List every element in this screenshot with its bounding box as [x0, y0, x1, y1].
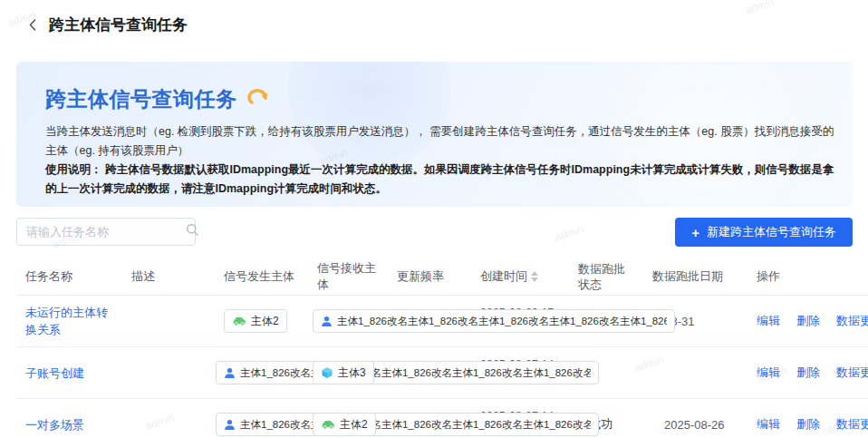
source-entity-label: 主体1_826改名主体1_826改名主体1_826改名主体1_826改名主体1_…: [240, 418, 591, 432]
col-header-batch-date: 数据跑批日期: [643, 268, 747, 285]
edit-link[interactable]: 编辑: [757, 313, 780, 329]
toolbar: + 新建跨主体信号查询任务: [16, 218, 853, 247]
delete-link[interactable]: 删除: [796, 416, 820, 433]
target-entity-label: 主体2: [340, 417, 368, 433]
search-icon[interactable]: [186, 223, 199, 240]
task-search-box[interactable]: [16, 218, 196, 246]
page-title: 跨主体信号查询任务: [49, 15, 188, 35]
page-header: 跨主体信号查询任务: [0, 0, 868, 35]
back-icon[interactable]: [25, 18, 40, 33]
task-table: 任务名称 描述 信号发生主体 信号接收主体 更新频率 创建时间 数据跑批状态 数…: [16, 258, 868, 438]
col-header-source: 信号发生主体: [215, 268, 308, 285]
create-task-button-label: 新建跨主体信号查询任务: [707, 224, 836, 240]
delete-link[interactable]: 删除: [796, 313, 820, 329]
task-name-link[interactable]: 未运行的主体转换关系: [25, 306, 108, 336]
data-update-link[interactable]: 数据更新: [836, 313, 868, 329]
edit-link[interactable]: 编辑: [757, 416, 780, 433]
cube-icon: [321, 366, 333, 379]
col-header-name: 任务名称: [16, 268, 122, 285]
swoosh-icon: [246, 88, 270, 112]
target-entity-tag: 主体2: [313, 413, 376, 436]
create-task-button[interactable]: + 新建跨主体信号查询任务: [675, 218, 853, 247]
banner-title: 跨主体信号查询任务: [45, 85, 237, 113]
col-header-target: 信号接收主体: [308, 260, 388, 293]
delete-link[interactable]: 删除: [796, 365, 820, 381]
col-header-created: 创建时间: [471, 268, 569, 285]
col-header-actions: 操作: [747, 268, 868, 285]
sort-icon[interactable]: [531, 271, 538, 282]
task-name-link[interactable]: 一对多场景: [25, 418, 84, 432]
col-header-created-label: 创建时间: [480, 268, 527, 285]
target-entity-label: 主体3: [338, 365, 366, 381]
banner-usage-note: 使用说明： 跨主体信号数据默认获取IDmapping最近一次计算完成的数据。如果…: [45, 161, 843, 199]
search-input[interactable]: [26, 225, 186, 238]
person-icon: [224, 367, 236, 379]
person-icon: [224, 419, 236, 431]
target-entity-tag: 主体1_826改名主体1_826改名主体1_826改名主体1_826改名主体1_…: [313, 309, 675, 333]
table-header-row: 任务名称 描述 信号发生主体 信号接收主体 更新频率 创建时间 数据跑批状态 数…: [16, 258, 868, 296]
batch-date: 2025-08-26: [643, 418, 747, 432]
edit-link[interactable]: 编辑: [757, 365, 780, 381]
data-update-link[interactable]: 数据更新: [836, 365, 868, 381]
source-entity-tag: 主体2: [224, 309, 287, 333]
source-entity-tag: 主体1_826改名主体1_826改名主体1_826改名主体1_826改名主体1_…: [216, 361, 599, 384]
source-entity-label: 主体2: [251, 314, 279, 329]
col-header-frequency: 更新频率: [388, 268, 471, 285]
col-header-batch-status: 数据跑批状态: [569, 261, 643, 292]
car-icon: [321, 419, 335, 430]
col-header-desc: 描述: [122, 268, 215, 285]
source-entity-label: 主体1_826改名主体1_826改名主体1_826改名主体1_826改名主体1_…: [240, 366, 591, 380]
car-icon: [232, 316, 246, 326]
task-name-link[interactable]: 子账号创建: [25, 366, 84, 380]
plus-icon: +: [691, 226, 699, 239]
banner-description: 当跨主体发送消息时（eg. 检测到股票下跌，给持有该股票用户发送消息）， 需要创…: [45, 122, 837, 161]
person-icon: [321, 316, 333, 327]
data-update-link[interactable]: 数据更新: [836, 416, 868, 433]
table-row: 未运行的主体转换关系 主体2 2025-08-29 17:34:21 编辑 删除…: [16, 296, 868, 347]
table-row: 子账号创建 2025-08-27 14:30:40 编辑 删除 数据更新 主体1…: [16, 347, 868, 399]
info-banner: 跨主体信号查询任务 当跨主体发送消息时（eg. 检测到股票下跌，给持有该股票用户…: [16, 62, 853, 207]
target-entity-label: 主体1_826改名主体1_826改名主体1_826改名主体1_826改名主体1_…: [337, 315, 667, 328]
target-entity-tag: 主体3: [313, 361, 374, 384]
source-entity-tag: 主体1_826改名主体1_826改名主体1_826改名主体1_826改名主体1_…: [216, 413, 599, 436]
table-row: 一对多场景 2025-08-27 14:27:02 成功 2025-08-26 …: [16, 399, 868, 438]
